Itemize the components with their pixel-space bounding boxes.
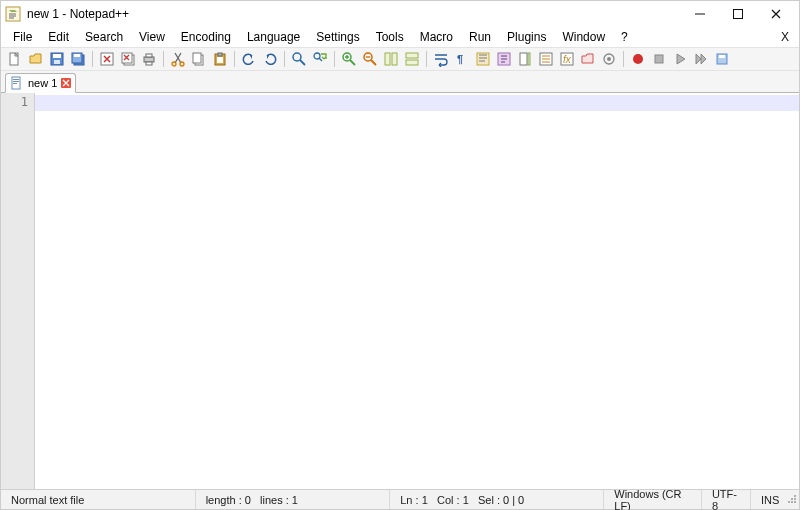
- maximize-button[interactable]: [719, 3, 757, 25]
- svg-rect-4: [53, 54, 61, 58]
- menu-view[interactable]: View: [131, 28, 173, 46]
- svg-rect-8: [74, 54, 80, 57]
- status-sel: Sel : 0 | 0: [478, 494, 524, 506]
- svg-rect-5: [54, 60, 60, 64]
- print-icon[interactable]: [139, 49, 159, 69]
- menu-macro[interactable]: Macro: [412, 28, 461, 46]
- statusbar: Normal text file length : 0 lines : 1 Ln…: [1, 489, 799, 509]
- menu-window[interactable]: Window: [554, 28, 613, 46]
- macro-play-multi-icon[interactable]: [691, 49, 711, 69]
- text-editor[interactable]: [35, 93, 799, 489]
- svg-rect-46: [13, 81, 19, 82]
- redo-icon[interactable]: [260, 49, 280, 69]
- svg-rect-26: [385, 53, 390, 65]
- menu-tools[interactable]: Tools: [368, 28, 412, 46]
- svg-point-16: [180, 62, 184, 66]
- save-icon[interactable]: [47, 49, 67, 69]
- titlebar[interactable]: new 1 - Notepad++: [1, 1, 799, 27]
- copy-icon[interactable]: [189, 49, 209, 69]
- menu-plugins[interactable]: Plugins: [499, 28, 554, 46]
- wordwrap-icon[interactable]: [431, 49, 451, 69]
- show-all-chars-icon[interactable]: ¶: [452, 49, 472, 69]
- replace-icon[interactable]: [310, 49, 330, 69]
- svg-rect-43: [719, 55, 725, 58]
- zoom-in-icon[interactable]: [339, 49, 359, 69]
- svg-rect-1: [734, 10, 743, 19]
- status-length: length : 0: [206, 494, 251, 506]
- folder-as-workspace-icon[interactable]: [578, 49, 598, 69]
- doc-map-icon[interactable]: [515, 49, 535, 69]
- status-col: Col : 1: [437, 494, 469, 506]
- open-file-icon[interactable]: [26, 49, 46, 69]
- close-button[interactable]: [757, 3, 795, 25]
- menu-file[interactable]: File: [5, 28, 40, 46]
- svg-rect-12: [144, 57, 154, 62]
- svg-rect-18: [193, 53, 201, 63]
- cut-icon[interactable]: [168, 49, 188, 69]
- macro-stop-icon[interactable]: [649, 49, 669, 69]
- menu-search[interactable]: Search: [77, 28, 131, 46]
- menu-run[interactable]: Run: [461, 28, 499, 46]
- macro-record-icon[interactable]: [628, 49, 648, 69]
- svg-text:fx: fx: [563, 54, 572, 65]
- svg-rect-33: [520, 53, 527, 65]
- svg-rect-20: [218, 53, 222, 56]
- undo-icon[interactable]: [239, 49, 259, 69]
- minimize-button[interactable]: [681, 3, 719, 25]
- svg-point-40: [633, 54, 643, 64]
- svg-rect-28: [406, 53, 418, 58]
- current-line-highlight: [35, 95, 799, 111]
- status-length-lines: length : 0 lines : 1: [196, 490, 391, 509]
- find-icon[interactable]: [289, 49, 309, 69]
- svg-rect-34: [528, 53, 530, 65]
- close-file-icon[interactable]: [97, 49, 117, 69]
- sync-vscroll-icon[interactable]: [381, 49, 401, 69]
- tab-close-icon[interactable]: [61, 78, 71, 88]
- status-eol[interactable]: Windows (CR LF): [604, 490, 702, 509]
- save-all-icon[interactable]: [68, 49, 88, 69]
- separator: [163, 51, 164, 67]
- zoom-out-icon[interactable]: [360, 49, 380, 69]
- new-file-icon[interactable]: [5, 49, 25, 69]
- svg-rect-47: [13, 83, 17, 84]
- menu-settings[interactable]: Settings: [308, 28, 367, 46]
- paste-icon[interactable]: [210, 49, 230, 69]
- udl-icon[interactable]: [494, 49, 514, 69]
- macro-play-icon[interactable]: [670, 49, 690, 69]
- window-controls: [681, 3, 795, 25]
- resize-grip-icon[interactable]: [785, 494, 799, 506]
- menu-edit[interactable]: Edit: [40, 28, 77, 46]
- indent-guide-icon[interactable]: [473, 49, 493, 69]
- svg-text:¶: ¶: [457, 53, 463, 65]
- svg-rect-45: [13, 79, 19, 80]
- status-encoding[interactable]: UTF-8: [702, 490, 751, 509]
- menubar: File Edit Search View Encoding Language …: [1, 27, 799, 47]
- status-filetype: Normal text file: [1, 490, 196, 509]
- svg-rect-27: [392, 53, 397, 65]
- app-icon: [5, 6, 21, 22]
- status-ln: Ln : 1: [400, 494, 428, 506]
- sync-hscroll-icon[interactable]: [402, 49, 422, 69]
- macro-save-icon[interactable]: [712, 49, 732, 69]
- svg-rect-14: [146, 62, 152, 65]
- close-document-button[interactable]: X: [775, 28, 795, 46]
- status-insert-mode[interactable]: INS: [751, 490, 785, 509]
- monitoring-icon[interactable]: [599, 49, 619, 69]
- svg-point-51: [794, 498, 796, 500]
- svg-point-49: [794, 501, 796, 503]
- tab-new-1[interactable]: new 1: [5, 73, 76, 93]
- app-window: new 1 - Notepad++ File Edit Search View …: [0, 0, 800, 510]
- menu-language[interactable]: Language: [239, 28, 308, 46]
- tabstrip: new 1: [1, 71, 799, 93]
- line-number-gutter: 1: [1, 93, 35, 489]
- close-all-icon[interactable]: [118, 49, 138, 69]
- doc-list-icon[interactable]: [536, 49, 556, 69]
- file-icon: [10, 76, 24, 90]
- separator: [284, 51, 285, 67]
- svg-point-22: [293, 53, 301, 61]
- svg-point-39: [607, 57, 611, 61]
- menu-help[interactable]: ?: [613, 28, 636, 46]
- menu-encoding[interactable]: Encoding: [173, 28, 239, 46]
- function-list-icon[interactable]: fx: [557, 49, 577, 69]
- separator: [92, 51, 93, 67]
